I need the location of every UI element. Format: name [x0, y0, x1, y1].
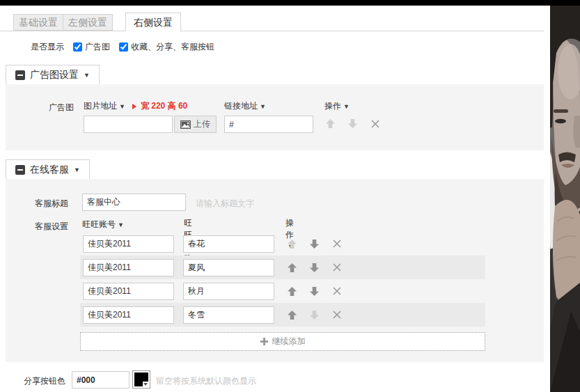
collapse-minus-icon[interactable] — [15, 165, 25, 175]
background-photo — [550, 6, 580, 392]
arrow-up-icon — [287, 262, 297, 273]
ad-section-header[interactable]: 广告图设置 ▼ — [6, 65, 100, 84]
move-down-button[interactable] — [308, 262, 320, 274]
service-settings-label: 客服设置 — [35, 221, 68, 233]
fav-share-service-checkbox-option[interactable]: 收藏、分享、客服按钮 — [119, 41, 214, 53]
image-url-input[interactable] — [84, 116, 173, 133]
move-down-button[interactable] — [308, 309, 320, 321]
service-section-header[interactable]: 在线客服 ▼ — [6, 159, 90, 179]
arrow-up-icon — [287, 239, 297, 249]
x-icon — [333, 263, 341, 272]
top-black-bar — [0, 0, 580, 6]
service-section-panel: 客服标题 请输入标题文字 客服设置 旺旺账号▼ 旺旺昵称▼ 操作▼ — [6, 179, 544, 362]
nickname-input[interactable] — [183, 259, 274, 276]
arrow-down-icon — [309, 239, 320, 249]
ad-section-title: 广告图设置 — [30, 69, 79, 81]
tab-right-settings[interactable]: 右侧设置 — [125, 13, 181, 31]
arrow-up-icon — [325, 118, 336, 129]
table-row — [80, 232, 485, 256]
image-icon — [180, 120, 191, 129]
move-up-button[interactable] — [286, 238, 298, 250]
arrow-down-icon — [309, 310, 320, 320]
account-input[interactable] — [83, 306, 174, 324]
delete-button[interactable] — [331, 262, 343, 274]
delete-button[interactable] — [331, 309, 343, 321]
x-icon — [333, 311, 341, 319]
image-size-text: 宽 220 高 60 — [141, 100, 187, 112]
arrow-down-icon — [309, 262, 320, 273]
caret-down-icon: ▼ — [84, 72, 90, 79]
fav-share-service-checkbox-label: 收藏、分享、客服按钮 — [131, 41, 214, 53]
delete-button[interactable] — [331, 285, 343, 297]
image-size-hint: 宽 220 高 60 — [132, 100, 187, 112]
link-url-input[interactable] — [224, 116, 313, 133]
service-title-label: 客服标题 — [35, 198, 68, 210]
nickname-input[interactable] — [183, 235, 274, 253]
service-rows — [80, 232, 485, 327]
caret-down-icon: ▼ — [260, 103, 266, 110]
settings-screen: 基础设置 左侧设置 右侧设置 是否显示 广告图 收藏、分享、客服按钮 广告图设置… — [0, 0, 580, 392]
ad-section-panel: 广告图 图片地址▼ 宽 220 高 60 上传 — [6, 84, 544, 150]
arrow-up-icon — [287, 310, 297, 320]
table-row — [80, 303, 485, 327]
move-up-button[interactable] — [286, 262, 298, 274]
account-input[interactable] — [83, 283, 174, 300]
move-down-button[interactable] — [308, 238, 320, 250]
move-up-button[interactable] — [286, 285, 298, 297]
x-icon — [333, 287, 341, 295]
ad-row-label: 广告图 — [49, 102, 74, 113]
ad-action-column-label: 操作 — [324, 101, 341, 111]
image-url-column-label: 图片地址 — [84, 101, 117, 111]
move-down-button[interactable] — [347, 118, 359, 130]
delete-button[interactable] — [369, 118, 381, 130]
arrow-down-icon — [309, 286, 320, 297]
upload-button[interactable]: 上传 — [174, 116, 217, 133]
caret-down-icon: ▼ — [343, 103, 350, 110]
account-input[interactable] — [83, 259, 174, 276]
caret-down-icon: ▼ — [74, 166, 80, 173]
ad-image-checkbox-option[interactable]: 广告图 — [73, 41, 110, 53]
x-icon — [333, 240, 341, 248]
arrow-down-icon — [347, 118, 358, 129]
image-url-column-header[interactable]: 图片地址▼ — [84, 100, 125, 112]
ad-row-actions — [324, 118, 381, 130]
tab-left-settings[interactable]: 左侧设置 — [63, 14, 113, 31]
display-row-label: 是否显示 — [31, 41, 64, 53]
display-toggle-row: 是否显示 广告图 收藏、分享、客服按钮 — [31, 40, 214, 54]
tab-divider — [0, 31, 544, 31]
swatch-dropdown-icon — [143, 382, 148, 386]
link-url-column-header[interactable]: 链接地址▼ — [224, 100, 266, 112]
color-swatch-picker[interactable] — [132, 370, 150, 389]
service-title-input[interactable] — [82, 194, 186, 211]
service-title-hint: 请输入标题文字 — [196, 198, 254, 210]
ad-action-column-header[interactable]: 操作▼ — [324, 100, 350, 112]
table-row — [80, 279, 485, 303]
caret-down-icon: ▼ — [119, 103, 125, 110]
service-section-title: 在线客服 — [30, 164, 69, 176]
add-more-button[interactable]: 继续添加 — [80, 332, 485, 351]
move-up-button[interactable] — [324, 118, 336, 130]
ad-image-checkbox[interactable] — [73, 42, 82, 52]
ad-image-checkbox-label: 广告图 — [85, 41, 110, 53]
link-url-column-label: 链接地址 — [224, 101, 258, 111]
account-column-header[interactable]: 旺旺账号▼ — [82, 219, 124, 229]
move-up-button[interactable] — [286, 309, 298, 321]
add-more-button-label: 继续添加 — [272, 336, 306, 347]
collapse-minus-icon[interactable] — [15, 70, 25, 80]
x-icon — [371, 120, 379, 128]
table-row — [80, 256, 485, 279]
account-column-label: 旺旺账号 — [82, 219, 116, 229]
share-color-hint: 留空将按系统默认颜色显示 — [156, 375, 256, 387]
move-down-button[interactable] — [308, 285, 320, 297]
arrow-right-icon — [132, 104, 136, 109]
nickname-input[interactable] — [183, 306, 274, 324]
nickname-input[interactable] — [183, 283, 274, 300]
account-input[interactable] — [83, 235, 174, 253]
share-color-label: 分享按钮色 — [24, 375, 65, 387]
fav-share-service-checkbox[interactable] — [119, 42, 128, 52]
share-color-input[interactable] — [72, 371, 130, 389]
arrow-up-icon — [287, 286, 297, 297]
delete-button[interactable] — [331, 238, 343, 250]
plus-icon — [260, 338, 268, 345]
tab-basic-settings[interactable]: 基础设置 — [13, 14, 63, 31]
